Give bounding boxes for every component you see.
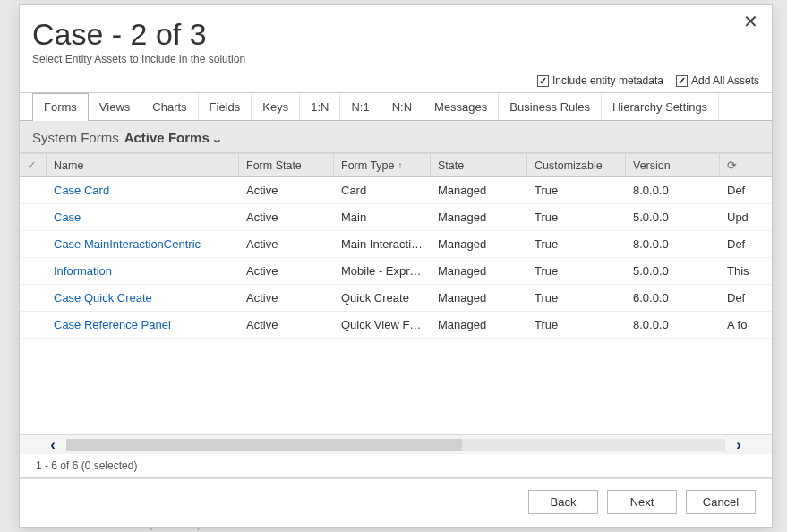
tab-hierarchy[interactable]: Hierarchy Settings: [602, 93, 719, 120]
column-customizable[interactable]: Customizable: [527, 154, 626, 176]
cell-customizable: True: [527, 264, 626, 278]
table-row[interactable]: InformationActiveMobile - ExpressManaged…: [20, 258, 772, 285]
cell-description: Def: [720, 237, 772, 251]
cell-customizable: True: [527, 291, 626, 305]
cell-version: 5.0.0.0: [626, 210, 720, 224]
cell-form-state: Active: [239, 210, 334, 224]
next-button[interactable]: Next: [607, 490, 677, 514]
page-subtitle: Select Entity Assets to Include in the s…: [32, 53, 759, 65]
table-row[interactable]: CaseActiveMainManagedTrue5.0.0.0Upd: [20, 204, 772, 231]
modal-footer: Back Next Cancel: [20, 478, 772, 527]
cell-form-state: Active: [239, 184, 334, 197]
cancel-button[interactable]: Cancel: [686, 490, 756, 514]
sort-asc-icon: ↑: [398, 160, 403, 170]
tab-fields[interactable]: Fields: [199, 93, 252, 120]
close-icon[interactable]: ✕: [740, 13, 761, 34]
cell-version: 8.0.0.0: [626, 318, 720, 331]
cell-form-state: Active: [239, 318, 334, 331]
page-title: Case - 2 of 3: [32, 18, 759, 51]
grid-section-label: System Forms: [32, 130, 119, 145]
cell-version: 6.0.0.0: [626, 291, 720, 305]
grid-view-name: Active Forms: [124, 130, 210, 145]
form-name-link[interactable]: Case Quick Create: [54, 291, 152, 305]
column-name[interactable]: Name: [47, 154, 239, 176]
column-form-type[interactable]: Form Type ↑: [334, 154, 431, 176]
scroll-track[interactable]: [66, 439, 725, 451]
cell-form-state: Active: [239, 291, 334, 305]
grid-view-selector[interactable]: Active Forms ⌄: [124, 130, 221, 145]
tab-charts[interactable]: Charts: [141, 93, 198, 120]
grid-view-header: System Forms Active Forms ⌄: [20, 121, 772, 153]
add-all-assets-checkbox[interactable]: Add All Assets: [676, 74, 759, 87]
add-all-assets-label: Add All Assets: [691, 74, 759, 87]
tab-views[interactable]: Views: [89, 93, 141, 120]
tab-bizrules[interactable]: Business Rules: [499, 93, 602, 120]
grid-body: Case CardActiveCardManagedTrue8.0.0.0Def…: [20, 177, 772, 434]
modal-header: Case - 2 of 3 Select Entity Assets to In…: [20, 5, 772, 71]
cell-description: Def: [720, 291, 772, 305]
cell-version: 5.0.0.0: [626, 264, 720, 278]
cell-state: Managed: [431, 210, 527, 224]
table-row[interactable]: Case CardActiveCardManagedTrue8.0.0.0Def: [20, 177, 772, 204]
tab-messages[interactable]: Messages: [423, 93, 499, 120]
scroll-right-icon[interactable]: ›: [731, 437, 747, 453]
refresh-icon: ⟳: [727, 159, 737, 172]
cell-customizable: True: [527, 210, 626, 224]
form-name-link[interactable]: Case Card: [54, 184, 109, 197]
cell-state: Managed: [431, 237, 527, 251]
form-name-link[interactable]: Case MainInteractionCentric: [54, 237, 201, 251]
cell-version: 8.0.0.0: [626, 184, 720, 197]
include-metadata-label: Include entity metadata: [552, 74, 663, 87]
cell-description: Def: [720, 184, 772, 197]
tab-1n[interactable]: 1:N: [300, 93, 340, 120]
column-select-all[interactable]: ✓: [20, 154, 47, 176]
cell-form-type: Quick View Form: [334, 318, 431, 331]
checkbox-icon: [537, 75, 549, 87]
cell-state: Managed: [431, 184, 527, 197]
tab-keys[interactable]: Keys: [252, 93, 300, 120]
modal-dialog: ✕ Case - 2 of 3 Select Entity Assets to …: [20, 5, 772, 527]
cell-state: Managed: [431, 318, 527, 331]
cell-form-type: Mobile - Express: [334, 264, 431, 278]
chevron-down-icon: ⌄: [211, 133, 223, 145]
checkbox-icon: [676, 75, 688, 87]
tabs: FormsViewsChartsFieldsKeys1:NN:1N:NMessa…: [20, 93, 772, 121]
cell-description: Upd: [720, 210, 772, 224]
cell-customizable: True: [527, 237, 626, 251]
cell-description: This: [720, 264, 772, 278]
form-name-link[interactable]: Information: [54, 264, 112, 278]
back-button[interactable]: Back: [528, 490, 598, 514]
cell-form-type: Main: [334, 210, 431, 224]
grid-status-bar: 1 - 6 of 6 (0 selected): [20, 454, 772, 477]
column-state[interactable]: State: [431, 154, 527, 176]
tab-n1[interactable]: N:1: [340, 93, 381, 120]
table-row[interactable]: Case Reference PanelActiveQuick View For…: [20, 312, 772, 339]
scroll-left-icon[interactable]: ‹: [45, 437, 61, 453]
cell-form-type: Main Interaction...: [334, 237, 431, 251]
options-row: Include entity metadata Add All Assets: [20, 71, 772, 93]
form-name-link[interactable]: Case: [54, 210, 81, 224]
cell-form-type: Quick Create: [334, 291, 431, 305]
cell-customizable: True: [527, 184, 626, 197]
cell-state: Managed: [431, 291, 527, 305]
cell-version: 8.0.0.0: [626, 237, 720, 251]
horizontal-scrollbar: ‹ ›: [20, 434, 772, 454]
column-version[interactable]: Version: [626, 154, 720, 176]
cell-form-state: Active: [239, 237, 334, 251]
form-name-link[interactable]: Case Reference Panel: [54, 318, 171, 331]
cell-form-type: Card: [334, 184, 431, 197]
include-metadata-checkbox[interactable]: Include entity metadata: [537, 74, 663, 87]
column-refresh[interactable]: ⟳: [720, 154, 772, 176]
grid-header-row: ✓ Name Form State Form Type ↑ State Cust…: [20, 153, 772, 177]
cell-description: A fo: [720, 318, 772, 331]
grid: ✓ Name Form State Form Type ↑ State Cust…: [20, 153, 772, 478]
scroll-thumb[interactable]: [66, 439, 462, 451]
cell-customizable: True: [527, 318, 626, 331]
table-row[interactable]: Case Quick CreateActiveQuick CreateManag…: [20, 285, 772, 312]
column-form-state[interactable]: Form State: [239, 154, 334, 176]
table-row[interactable]: Case MainInteractionCentricActiveMain In…: [20, 231, 772, 258]
tab-forms[interactable]: Forms: [32, 93, 89, 121]
tab-nn[interactable]: N:N: [381, 93, 423, 120]
cell-form-state: Active: [239, 264, 334, 278]
cell-state: Managed: [431, 264, 527, 278]
